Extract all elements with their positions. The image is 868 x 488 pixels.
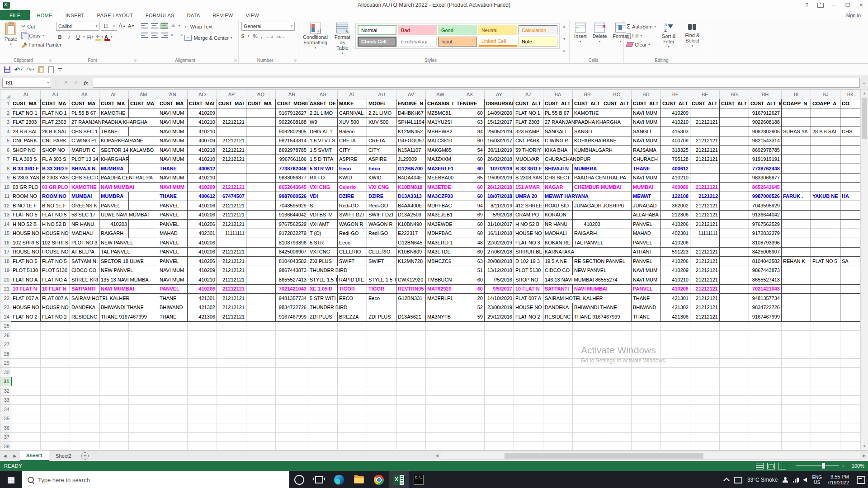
cell-AP28[interactable] — [217, 349, 246, 359]
cell-AT13[interactable]: SWIFT DZI — [338, 210, 367, 220]
cell-AY20[interactable]: 7/5/2016 — [485, 275, 514, 285]
zoom-level[interactable]: 100% — [848, 463, 864, 469]
cell-AS13[interactable]: VDI BS IV — [308, 210, 338, 220]
sheet-tab-sheet2[interactable]: Sheet2 — [49, 450, 78, 461]
tray-overflow-icon[interactable] — [723, 478, 730, 484]
cell-AN12[interactable]: PANVEL — [158, 201, 188, 211]
cell-AO16[interactable]: 410206 — [188, 238, 217, 248]
cell-BE16[interactable]: 410206 — [661, 238, 690, 248]
cell-BH4[interactable]: 9082802905 — [749, 127, 782, 136]
cell-AP24[interactable]: 21212121 — [217, 312, 246, 322]
cell-BA6[interactable]: KIKA BHA — [543, 145, 573, 155]
cell-BA2[interactable]: PL 55 B 67 — [543, 108, 573, 118]
row-header-34[interactable]: 34 — [0, 405, 11, 414]
save-button[interactable] — [4, 66, 10, 73]
cell-AK10[interactable]: KAMOTHE — [70, 183, 99, 192]
cell-AI31[interactable] — [11, 377, 41, 386]
cell-BH13[interactable]: 9136644042 — [749, 210, 782, 220]
cell-BB34[interactable] — [573, 405, 602, 414]
vertical-scrollbar[interactable]: ▲ ▼ — [860, 89, 868, 450]
cell-AW33[interactable] — [426, 395, 455, 405]
cell-AO18[interactable]: 410206 — [188, 257, 217, 266]
cell-BB5[interactable]: KOPARKHAIRANE — [573, 136, 632, 145]
cell-AZ21[interactable]: 10 FLAT N — [514, 284, 543, 294]
cell-BE13[interactable]: 212306 — [661, 210, 690, 220]
cell-BK20[interactable] — [840, 275, 861, 285]
cell-BF8[interactable] — [690, 164, 720, 174]
cell-AX18[interactable]: 63 — [455, 257, 485, 266]
cell-AT36[interactable] — [338, 423, 367, 433]
cell-AY1[interactable]: DISBURSAI — [485, 99, 514, 108]
cell-BI11[interactable]: FARUK . — [782, 192, 811, 201]
cell-AQ37[interactable] — [246, 432, 276, 442]
cell-AI28[interactable] — [11, 349, 41, 359]
cell-AJ32[interactable] — [41, 386, 70, 396]
cell-AN35[interactable] — [158, 414, 188, 423]
cell-BF10[interactable]: 21212121 — [690, 183, 720, 192]
cortana-taskbar-button[interactable] — [289, 471, 309, 488]
cell-AO9[interactable]: 410210 — [188, 173, 217, 183]
cell-AK1[interactable]: CUST_MA — [70, 99, 99, 108]
cell-AZ2[interactable]: FLAT NO 1 — [514, 108, 543, 118]
cell-BI27[interactable] — [782, 340, 811, 349]
cell-AU8[interactable]: Eeco — [367, 164, 396, 174]
cell-AW4[interactable]: MBHEWB2 — [426, 127, 455, 136]
borders-button[interactable]: ▾ — [86, 33, 94, 41]
align-top-icon[interactable] — [141, 23, 148, 28]
cell-AQ38[interactable] — [246, 442, 276, 450]
cell-BG4[interactable] — [720, 127, 749, 136]
cell-AM30[interactable] — [129, 368, 158, 377]
cell-BI34[interactable] — [782, 405, 811, 414]
col-header-AX[interactable]: AX — [455, 90, 485, 99]
cell-AU3[interactable]: XUV 500 — [367, 117, 396, 127]
cell-AS36[interactable] — [308, 423, 338, 433]
cell-AP6[interactable]: 21212121 — [217, 145, 246, 155]
col-header-AK[interactable]: AK — [70, 90, 99, 99]
cell-BK15[interactable] — [840, 229, 861, 238]
cell-AI1[interactable]: CUST_MA — [11, 99, 41, 108]
cell-BD16[interactable]: PANVEL — [632, 238, 661, 248]
cell-BG26[interactable] — [720, 331, 749, 340]
cell-BJ31[interactable] — [811, 377, 840, 386]
cell-AL20[interactable]: 135 13 NAVI MUMBA — [99, 275, 158, 285]
cell-style-neutral[interactable]: Neutral — [478, 25, 517, 35]
cell-BK22[interactable] — [840, 294, 861, 303]
cell-AV24[interactable]: D13A5621 — [396, 312, 426, 322]
cell-AM29[interactable] — [129, 358, 158, 368]
cell-AK12[interactable]: GREENS K — [70, 201, 99, 211]
cell-BJ18[interactable]: FLAT NO 5 — [811, 257, 840, 266]
cell-BA22[interactable]: SAIRAM HOTEL KALHER — [543, 294, 632, 303]
cell-BE25[interactable] — [661, 321, 690, 331]
cell-BI20[interactable] — [782, 275, 811, 285]
cell-AS26[interactable] — [308, 331, 338, 340]
cell-BF30[interactable] — [690, 368, 720, 377]
cell-AK37[interactable] — [70, 432, 99, 442]
cell-AN30[interactable] — [158, 368, 188, 377]
cell-BE33[interactable] — [661, 395, 690, 405]
cell-BI3[interactable] — [782, 117, 811, 127]
cell-AX27[interactable] — [455, 340, 485, 349]
cell-AI29[interactable] — [11, 358, 41, 368]
row-header-30[interactable]: 30 — [0, 368, 11, 377]
cell-BH36[interactable] — [749, 423, 782, 433]
scroll-down-icon[interactable]: ▼ — [861, 442, 868, 450]
cell-BH6[interactable]: 8692978785 — [749, 145, 782, 155]
cell-BE23[interactable]: 421302 — [661, 303, 690, 312]
cell-AP29[interactable] — [217, 358, 246, 368]
cell-AK30[interactable] — [70, 368, 99, 377]
cell-BE32[interactable] — [661, 386, 690, 396]
cell-AR19[interactable]: 9867443873 — [276, 266, 308, 275]
cell-AK24[interactable]: RESIDENC — [70, 312, 99, 322]
cell-BH30[interactable] — [749, 368, 782, 377]
cell-AW8[interactable]: MA3ERLF1 — [426, 164, 455, 174]
cell-AI10[interactable]: 03 GR PLO — [11, 183, 41, 192]
cell-AJ28[interactable] — [41, 349, 70, 359]
cell-AJ33[interactable] — [41, 395, 70, 405]
cell-AL17[interactable]: TAL PANVEL — [99, 247, 158, 257]
cell-BE7[interactable]: 795128 — [661, 155, 690, 164]
cell-AR17[interactable]: 8425006907 — [276, 247, 308, 257]
accounting-format-icon[interactable] — [241, 33, 244, 39]
cell-BB24[interactable]: THANE 9167467999 — [573, 312, 632, 322]
cell-AV9[interactable]: B4DA404E — [396, 173, 426, 183]
cell-BH3[interactable]: 9022608188 — [749, 117, 782, 127]
